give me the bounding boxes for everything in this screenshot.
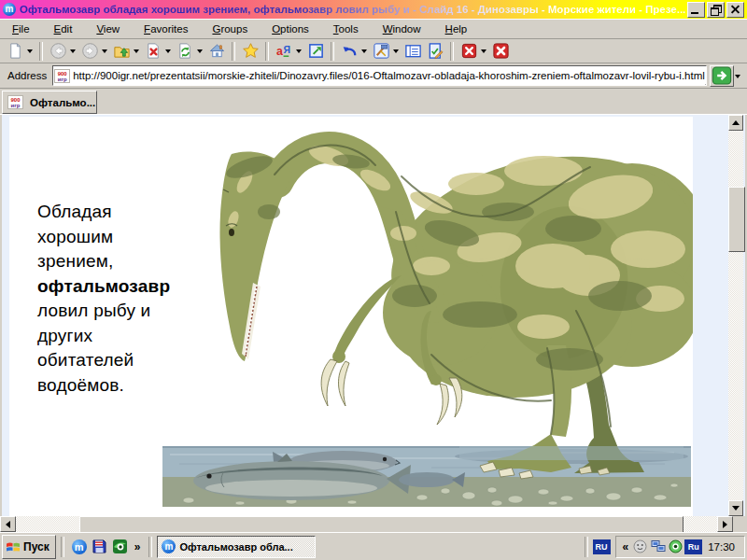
favorites-button[interactable] bbox=[239, 41, 261, 62]
refresh-dropdown[interactable] bbox=[197, 49, 203, 56]
panels-list-icon bbox=[404, 42, 422, 60]
close-button[interactable] bbox=[726, 2, 744, 18]
punto-language-switcher[interactable]: Ru bbox=[684, 539, 702, 554]
window-title: Офтальмозавр обладая хорошим зрением, оф… bbox=[20, 4, 685, 15]
vertical-scroll-thumb[interactable] bbox=[728, 187, 745, 252]
svg-text:a: a bbox=[275, 45, 282, 58]
network-tray-icon[interactable] bbox=[650, 539, 666, 554]
scroll-down-button[interactable] bbox=[728, 500, 743, 516]
toolbar-separator bbox=[450, 42, 454, 61]
toolbar-separator bbox=[39, 42, 43, 61]
tray-collapse-chevron[interactable]: « bbox=[623, 540, 629, 553]
task-button-icon: m bbox=[162, 539, 176, 553]
taskbar: Пуск m » m Офтальмозавр обла... RU « bbox=[0, 532, 747, 560]
scrollbar-corner bbox=[733, 516, 747, 532]
back-dropdown[interactable] bbox=[70, 49, 76, 56]
toolbar-separator bbox=[331, 42, 334, 61]
menu-groups[interactable]: Groups bbox=[200, 21, 260, 36]
close-tab-button[interactable] bbox=[458, 41, 480, 62]
menu-view[interactable]: View bbox=[84, 21, 132, 36]
taskbar-separator bbox=[585, 537, 588, 557]
back-icon bbox=[49, 42, 67, 60]
toolbar: aЯ bbox=[0, 39, 747, 63]
go-arrow-icon bbox=[711, 64, 733, 87]
reget-tray-icon[interactable] bbox=[668, 539, 684, 554]
tools-button[interactable] bbox=[370, 41, 392, 62]
tab-label: Офтальмо... bbox=[30, 97, 95, 108]
quicklaunch-overflow-chevron[interactable]: » bbox=[134, 540, 141, 553]
back-button[interactable] bbox=[47, 41, 69, 62]
menu-edit[interactable]: Edit bbox=[42, 21, 85, 36]
scroll-right-button[interactable] bbox=[717, 516, 733, 532]
new-page-button[interactable] bbox=[4, 41, 26, 62]
panels-button[interactable] bbox=[402, 41, 424, 62]
tab-oftalmo[interactable]: 900 игр Офтальмо... bbox=[2, 91, 97, 114]
address-history-dropdown[interactable] bbox=[705, 66, 707, 85]
new-page-dropdown[interactable] bbox=[27, 49, 33, 56]
up-folder-button[interactable] bbox=[110, 41, 133, 62]
favorites-star-icon bbox=[242, 42, 260, 60]
stop-button[interactable] bbox=[142, 41, 164, 62]
up-folder-dropdown[interactable] bbox=[134, 49, 139, 56]
task-button-label: Офтальмозавр обла... bbox=[179, 541, 292, 553]
quicklaunch-reget-icon[interactable] bbox=[111, 538, 130, 556]
refresh-button[interactable] bbox=[174, 41, 196, 62]
home-button[interactable] bbox=[205, 41, 228, 62]
tools-icon bbox=[373, 42, 390, 60]
fonts-dropdown[interactable] bbox=[296, 49, 302, 56]
close-all-icon bbox=[492, 42, 510, 60]
vertical-scrollbar[interactable] bbox=[728, 115, 743, 516]
quicklaunch-save-session-icon[interactable] bbox=[91, 538, 109, 556]
task-button-active[interactable]: m Офтальмозавр обла... bbox=[157, 536, 316, 558]
menu-tools[interactable]: Tools bbox=[321, 21, 371, 36]
close-all-button[interactable] bbox=[489, 41, 512, 62]
address-bar: Address 900 игр http://900igr.net/prezen… bbox=[0, 63, 747, 89]
quicklaunch-maxthon-icon[interactable]: m bbox=[70, 538, 89, 556]
title-bar[interactable]: m Офтальмозавр обладая хорошим зрением, … bbox=[0, 0, 747, 19]
forward-dropdown[interactable] bbox=[102, 49, 107, 56]
menu-options[interactable]: Options bbox=[260, 21, 321, 36]
language-indicator[interactable]: RU bbox=[593, 539, 611, 554]
messenger-tray-icon[interactable] bbox=[632, 539, 648, 554]
tray-clock[interactable]: 17:30 bbox=[708, 541, 735, 553]
close-tab-icon bbox=[460, 42, 478, 60]
close-tab-dropdown[interactable] bbox=[481, 49, 486, 56]
menu-file[interactable]: File bbox=[0, 21, 42, 36]
menu-help[interactable]: Help bbox=[433, 21, 480, 36]
forward-button[interactable] bbox=[78, 41, 101, 62]
menu-window[interactable]: Window bbox=[371, 21, 433, 36]
system-tray: « Ru 17:30 bbox=[615, 536, 745, 558]
site-favicon: 900 игр bbox=[54, 69, 70, 83]
slide-text: Обладая хорошим зрением, офтальмозавр ло… bbox=[37, 200, 170, 398]
start-button[interactable]: Пуск bbox=[2, 535, 56, 559]
minimize-button[interactable] bbox=[687, 2, 705, 18]
stop-dropdown[interactable] bbox=[165, 49, 171, 56]
home-icon bbox=[208, 42, 226, 60]
form-fill-button[interactable] bbox=[424, 41, 446, 62]
url-text[interactable]: http://900igr.net/prezentatsii/morskie-z… bbox=[73, 70, 705, 81]
scroll-up-button[interactable] bbox=[728, 115, 743, 131]
scroll-left-button[interactable] bbox=[0, 516, 16, 532]
horizontal-scrollbar[interactable] bbox=[0, 516, 747, 532]
undo-dropdown[interactable] bbox=[361, 49, 367, 56]
go-button[interactable] bbox=[710, 65, 734, 87]
address-label: Address bbox=[7, 70, 47, 81]
tools-dropdown[interactable] bbox=[393, 49, 399, 56]
tab-bar: 900 игр Офтальмо... bbox=[0, 89, 747, 115]
restore-button[interactable] bbox=[707, 2, 725, 18]
taskbar-separator bbox=[61, 537, 64, 557]
address-input[interactable]: 900 игр http://900igr.net/prezentatsii/m… bbox=[52, 65, 707, 86]
fonts-button[interactable]: aЯ bbox=[273, 41, 295, 62]
fonts-icon: aЯ bbox=[275, 42, 293, 60]
go-dropdown[interactable] bbox=[735, 75, 740, 81]
maxthon-app-icon[interactable]: m bbox=[3, 3, 16, 16]
svg-text:Я: Я bbox=[283, 45, 290, 55]
forward-icon bbox=[81, 42, 99, 60]
up-folder-icon bbox=[113, 42, 131, 60]
windows-logo-icon bbox=[6, 539, 21, 554]
menu-favorites[interactable]: Favorites bbox=[132, 21, 200, 36]
menu-bar: File Edit View Favorites Groups Options … bbox=[0, 19, 747, 39]
new-window-button[interactable] bbox=[304, 41, 327, 62]
form-fill-icon bbox=[427, 42, 444, 60]
undo-button[interactable] bbox=[338, 41, 360, 62]
